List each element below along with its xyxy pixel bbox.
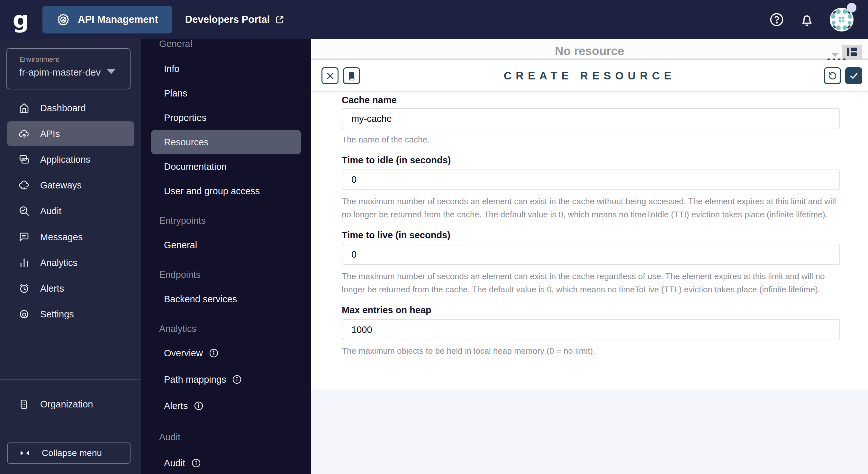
section-title-general: General [159, 39, 192, 50]
book-icon [347, 71, 356, 81]
time-to-idle-label: Time to idle (in seconds) [342, 155, 451, 166]
save-button[interactable] [845, 67, 862, 84]
main-content: No resource CREATE RESOURCE [311, 39, 868, 474]
audit-search-icon [18, 205, 30, 217]
avatar-status-badge [847, 3, 857, 12]
time-to-idle-input[interactable] [342, 169, 840, 190]
time-to-live-hint: The maximum number of seconds an element… [342, 270, 842, 296]
sidebar-item-settings[interactable]: Settings [7, 302, 134, 327]
applications-icon [18, 154, 30, 165]
panel-layout-icon [846, 47, 858, 57]
time-to-live-input[interactable] [342, 244, 840, 265]
notifications-bell-icon[interactable] [799, 12, 815, 27]
sidebar-item-audit[interactable]: Audit [7, 199, 134, 224]
gravitee-logo[interactable]: g [10, 10, 32, 29]
cloud-upload-icon [18, 128, 30, 140]
sidebar-item-messages[interactable]: Messages [7, 225, 134, 249]
collapse-icon [19, 449, 30, 457]
panel-title: CREATE RESOURCE [311, 60, 868, 91]
info-icon [232, 374, 242, 385]
submenu-item-path-mappings[interactable]: Path mappings [164, 373, 242, 386]
toolbar-divider [311, 91, 868, 92]
environment-selector[interactable]: Environment fr-apim-master-dev [6, 48, 130, 89]
submenu-item-documentation[interactable]: Documentation [164, 160, 227, 173]
cache-name-label: Cache name [342, 95, 397, 106]
sidebar-item-alerts[interactable]: Alerts [7, 276, 134, 301]
resource-list-empty-state: No resource [311, 39, 868, 59]
user-avatar[interactable] [830, 7, 854, 32]
submenu-item-resources[interactable]: Resources [164, 136, 209, 149]
submenu-item-overview[interactable]: Overview [164, 347, 219, 359]
app-window: g API Management Developers Portal [0, 0, 868, 474]
toggle-panel-button[interactable] [842, 45, 862, 59]
external-link-icon [275, 15, 284, 24]
splitter-arrow-down-icon [831, 53, 839, 57]
sidebar-item-gateways[interactable]: Gateways [7, 173, 134, 198]
environment-label: Environment [19, 55, 130, 64]
sidebar-divider [0, 379, 141, 380]
info-icon [191, 458, 201, 468]
no-resource-text: No resource [555, 45, 624, 58]
cloud-gateway-icon [18, 179, 30, 191]
section-title-audit: Audit [159, 431, 180, 443]
submenu-item-audit[interactable]: Audit [164, 456, 201, 470]
chevron-down-icon [107, 69, 116, 74]
api-submenu: General Info Plans Properties Resources … [141, 39, 311, 474]
info-icon [193, 401, 204, 411]
submenu-item-entrypoints-general[interactable]: General [164, 239, 197, 251]
submenu-item-plans[interactable]: Plans [164, 87, 187, 100]
gear-icon [18, 308, 30, 320]
reset-icon [828, 71, 837, 81]
sidebar-item-dashboard[interactable]: Dashboard [7, 95, 134, 121]
time-to-idle-hint: The maximum number of seconds an element… [342, 195, 842, 221]
submenu-item-user-group-access[interactable]: User and group access [164, 185, 260, 198]
developers-portal-link[interactable]: Developers Portal [185, 14, 285, 25]
sidebar-item-applications[interactable]: Applications [7, 147, 134, 172]
organization-icon [18, 398, 30, 410]
submenu-item-alerts[interactable]: Alerts [164, 399, 204, 412]
primary-sidebar: Environment fr-apim-master-dev Dashboard… [0, 39, 141, 474]
cog-icon [57, 13, 70, 26]
cache-name-input[interactable] [342, 108, 840, 129]
submenu-item-info[interactable]: Info [164, 62, 179, 75]
max-entries-label: Max entries on heap [342, 305, 431, 316]
section-title-analytics: Analytics [159, 322, 196, 335]
sidebar-item-organization[interactable]: Organization [7, 392, 134, 417]
alarm-clock-icon [18, 283, 30, 294]
close-button[interactable] [321, 67, 339, 84]
sidebar-divider [0, 429, 141, 429]
reset-button[interactable] [824, 67, 841, 84]
content-background [311, 389, 868, 474]
developers-portal-label: Developers Portal [185, 14, 270, 25]
documentation-button[interactable] [343, 67, 360, 84]
submenu-item-backend-services[interactable]: Backend services [164, 293, 237, 305]
close-icon [326, 71, 335, 81]
help-icon[interactable] [769, 12, 784, 27]
home-icon [18, 102, 30, 114]
max-entries-input[interactable] [342, 319, 840, 340]
message-icon [18, 231, 30, 243]
create-resource-toolbar: CREATE RESOURCE [311, 60, 868, 91]
max-entries-hint: The maximum objects to be held in local … [342, 345, 842, 358]
check-icon [849, 71, 859, 81]
sidebar-item-apis[interactable]: APIs [7, 121, 134, 146]
submenu-item-properties[interactable]: Properties [164, 111, 207, 124]
sidebar-item-analytics[interactable]: Analytics [7, 250, 134, 275]
bar-chart-icon [18, 257, 30, 268]
collapse-menu-button[interactable]: Collapse menu [7, 443, 130, 464]
info-icon [209, 348, 219, 358]
cache-name-hint: The name of the cache. [342, 133, 842, 146]
api-management-label: API Management [78, 14, 158, 25]
top-bar: g API Management Developers Portal [0, 0, 868, 39]
section-title-endpoints: Endpoints [159, 268, 200, 281]
api-management-button[interactable]: API Management [42, 6, 172, 33]
section-title-entrypoints: Entrypoints [159, 214, 206, 227]
time-to-live-label: Time to live (in seconds) [342, 230, 451, 240]
